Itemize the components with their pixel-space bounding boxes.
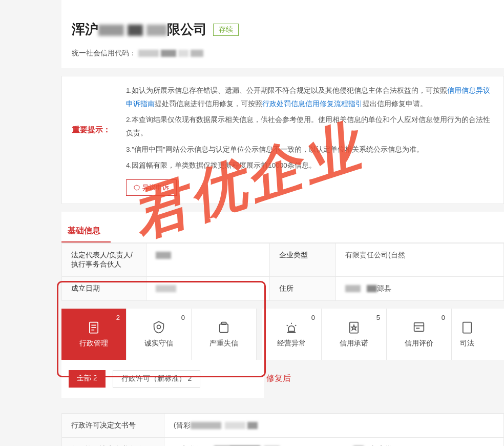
appeal-icon — [134, 185, 140, 191]
sub-tab-all[interactable]: 全部 2 — [69, 370, 106, 388]
commitment-icon — [347, 320, 361, 335]
credit-code-row: 统一社会信用代码： — [72, 49, 504, 58]
basic-info-table: 法定代表人/负责人/执行事务合伙人 企业类型 有限责任公司(自然 成立日期 住所… — [61, 243, 504, 301]
after-repair-label: 修复后 — [266, 373, 291, 384]
appeal-button[interactable]: 异议申诉 — [126, 179, 177, 196]
tab-dishonest[interactable]: 严重失信 — [192, 309, 257, 360]
blacklist-icon — [217, 320, 231, 335]
document-icon — [87, 320, 101, 335]
legal-rep-value — [146, 244, 269, 276]
sub-tab-permit[interactable]: 行政许可（新标准） 2 — [113, 370, 201, 388]
doc-number-value: (晋彩 — [164, 414, 503, 437]
address-label: 住所 — [269, 277, 336, 300]
doc-number-label: 行政许可决定文书号 — [62, 414, 164, 437]
svg-rect-5 — [220, 324, 228, 332]
company-name: 浑沪 限公司 — [72, 21, 207, 38]
tab-judicial[interactable]: 司法 — [452, 309, 482, 360]
doc-name-value: 国家税务 限额审批 — [164, 438, 503, 446]
judicial-icon — [460, 320, 474, 335]
table-row: 行政许可决定文书号 (晋彩 — [62, 414, 503, 438]
svg-rect-13 — [414, 323, 424, 331]
found-date-value — [146, 277, 269, 300]
sub-tabs: 全部 2 行政许可（新标准） 2 — [61, 360, 264, 398]
tab-evaluation[interactable]: 0 信用评价 — [387, 309, 452, 360]
guide-link-2[interactable]: 行政处罚信息信用修复流程指引 — [262, 100, 363, 108]
evaluation-icon — [412, 320, 426, 335]
notice-panel: 重要提示： 1.如认为所展示信息存在错误、遗漏、公开期限不符合规定以及其他侵犯信… — [61, 76, 504, 204]
company-header: 浑沪 限公司 存续 统一社会信用代码： — [61, 0, 504, 68]
table-row: 行政许可决定文书名称 国家税务 限额审批 — [62, 438, 503, 446]
tab-honest[interactable]: 0 诚实守信 — [127, 309, 192, 360]
notice-label: 重要提示： — [72, 84, 111, 196]
svg-line-9 — [287, 325, 288, 326]
svg-rect-6 — [221, 322, 226, 325]
permit-detail-table: 行政许可决定文书号 (晋彩 行政许可决定文书名称 国家税务 限额审批 — [61, 413, 504, 446]
shield-icon — [152, 320, 166, 335]
category-tabs: 2 行政管理 0 诚实守信 严重失信 0 经营异常 5 信用承诺 0 信用评价 — [61, 309, 504, 360]
status-badge: 存续 — [213, 24, 239, 36]
table-row: 法定代表人/负责人/执行事务合伙人 企业类型 有限责任公司(自然 — [62, 244, 503, 277]
tab-admin-mgmt[interactable]: 2 行政管理 — [61, 309, 127, 360]
table-row: 成立日期 住所 源县 — [62, 277, 503, 300]
tab-commitment[interactable]: 5 信用承诺 — [322, 309, 387, 360]
found-date-label: 成立日期 — [62, 277, 146, 300]
svg-line-10 — [295, 325, 296, 326]
basic-info-title: 基础信息 — [61, 219, 111, 242]
address-value: 源县 — [336, 277, 503, 300]
svg-rect-16 — [463, 322, 471, 333]
company-type-value: 有限责任公司(自然 — [336, 244, 503, 276]
legal-rep-label: 法定代表人/负责人/执行事务合伙人 — [62, 244, 146, 276]
company-type-label: 企业类型 — [269, 244, 336, 276]
notice-content: 1.如认为所展示信息存在错误、遗漏、公开期限不符合规定以及其他侵犯信息主体合法权… — [126, 84, 493, 196]
doc-name-label: 行政许可决定文书名称 — [62, 438, 164, 446]
tab-abnormal[interactable]: 0 经营异常 — [257, 309, 322, 360]
svg-marker-12 — [351, 325, 356, 330]
alarm-icon — [284, 320, 299, 335]
svg-point-4 — [157, 325, 161, 329]
